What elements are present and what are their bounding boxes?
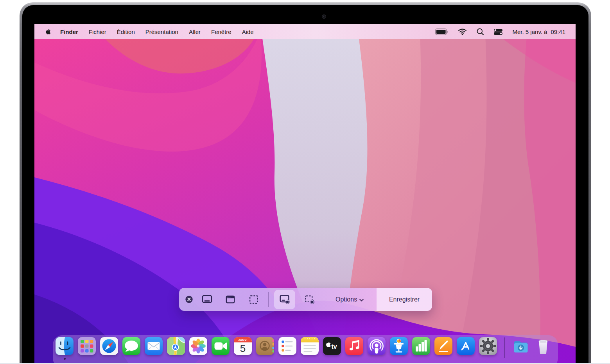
- webcam-icon: [322, 14, 326, 19]
- menu-fichier[interactable]: Fichier: [89, 29, 106, 35]
- dock-item-app-store[interactable]: [457, 337, 475, 355]
- dock-item-music[interactable]: [345, 337, 363, 355]
- app-menus: Finder Fichier Édition Présentation Alle…: [60, 29, 254, 35]
- menu-presentation[interactable]: Présentation: [145, 29, 178, 35]
- mail-icon: [145, 337, 163, 355]
- podcasts-icon: [368, 337, 386, 355]
- menu-edition[interactable]: Édition: [117, 29, 135, 35]
- wifi-icon[interactable]: [458, 29, 467, 35]
- capture-window-button[interactable]: [221, 290, 239, 309]
- dock-item-downloads[interactable]: [512, 337, 530, 355]
- menu-bar: Finder Fichier Édition Présentation Alle…: [34, 24, 576, 39]
- calendar-month-label: JANV.: [238, 338, 248, 342]
- menu-bar-clock[interactable]: Mer. 5 janv. à 09:41: [513, 29, 565, 35]
- dock-item-mail[interactable]: [145, 337, 163, 355]
- battery-icon[interactable]: [435, 29, 448, 35]
- launchpad-icon: [78, 337, 96, 355]
- capture-window-icon: [225, 295, 235, 304]
- dock-item-launchpad[interactable]: [78, 337, 96, 355]
- screenshot-root: Finder Fichier Édition Présentation Alle…: [0, 0, 610, 364]
- dock-item-apple-tv[interactable]: tv: [323, 337, 341, 355]
- dock-item-keynote[interactable]: [390, 337, 408, 355]
- record-entire-screen-button[interactable]: [274, 290, 295, 309]
- music-icon: [345, 337, 363, 355]
- pages-icon: [434, 337, 452, 355]
- record-selection-button[interactable]: [301, 290, 319, 309]
- finder-icon: [56, 337, 74, 355]
- dock-item-system-preferences[interactable]: [479, 337, 497, 355]
- close-button[interactable]: [184, 290, 194, 309]
- menu-aller[interactable]: Aller: [189, 29, 201, 35]
- dock-item-pages[interactable]: [434, 337, 452, 355]
- finder-running-indicator: [64, 358, 66, 360]
- options-button[interactable]: Options: [332, 290, 367, 309]
- options-label: Options: [336, 296, 357, 303]
- dock-item-numbers[interactable]: [412, 337, 430, 355]
- safari-icon: [100, 337, 118, 355]
- record-button-label: Enregistrer: [389, 296, 420, 303]
- spotlight-search-icon[interactable]: [477, 28, 484, 35]
- dock-item-facetime[interactable]: [212, 337, 230, 355]
- capture-screen-icon: [202, 294, 212, 304]
- dock-item-podcasts[interactable]: [368, 337, 386, 355]
- chevron-down-icon: [359, 299, 364, 302]
- dock-item-finder[interactable]: [56, 337, 74, 355]
- screenshot-toolbar: Options Enregistrer: [179, 288, 432, 311]
- capture-entire-screen-button[interactable]: [198, 290, 216, 309]
- maps-icon: [167, 337, 185, 355]
- toolbar-divider: [326, 292, 326, 307]
- notes-icon: [301, 337, 319, 355]
- dock-item-trash[interactable]: [534, 337, 552, 355]
- system-preferences-icon: [479, 337, 497, 355]
- apple-logo-icon[interactable]: [46, 29, 51, 35]
- dock: JANV. 5: [53, 335, 558, 364]
- desktop-wallpaper: [34, 24, 576, 364]
- menu-aide[interactable]: Aide: [242, 29, 254, 35]
- record-selection-icon: [305, 295, 315, 304]
- calendar-day-label: 5: [240, 343, 246, 354]
- dock-item-messages[interactable]: [122, 337, 140, 355]
- photos-icon: [189, 337, 207, 355]
- reminders-icon: [278, 337, 296, 355]
- contacts-icon: [256, 337, 274, 355]
- close-circle-icon: [185, 295, 193, 303]
- facetime-icon: [212, 337, 230, 355]
- trash-icon: [534, 337, 552, 355]
- clock-date: Mer. 5 janv. à: [513, 29, 547, 35]
- keynote-icon: [390, 337, 408, 355]
- clock-time: 09:41: [551, 29, 565, 35]
- dock-item-notes[interactable]: [301, 337, 319, 355]
- record-screen-icon: [280, 294, 290, 304]
- capture-selection-button[interactable]: [245, 290, 263, 309]
- record-button[interactable]: Enregistrer: [377, 288, 432, 311]
- dock-item-calendar[interactable]: JANV. 5: [234, 337, 252, 355]
- dock-item-safari[interactable]: [100, 337, 118, 355]
- apple-tv-label: tv: [332, 343, 337, 350]
- dock-separator: [504, 337, 505, 358]
- dock-item-photos[interactable]: [189, 337, 207, 355]
- screen: Finder Fichier Édition Présentation Alle…: [34, 24, 576, 364]
- status-area: Mer. 5 janv. à 09:41: [435, 28, 565, 35]
- menu-finder[interactable]: Finder: [60, 29, 78, 35]
- apple-tv-icon: tv: [323, 337, 341, 355]
- capture-selection-icon: [249, 295, 259, 304]
- toolbar-divider: [268, 292, 269, 307]
- calendar-icon: JANV. 5: [234, 337, 252, 355]
- app-store-icon: [457, 337, 475, 355]
- dock-item-maps[interactable]: [167, 337, 185, 355]
- numbers-icon: [412, 337, 430, 355]
- control-center-icon[interactable]: [493, 29, 503, 35]
- downloads-icon: [512, 337, 530, 355]
- dock-item-reminders[interactable]: [278, 337, 296, 355]
- dock-item-contacts[interactable]: [256, 337, 274, 355]
- menu-fenetre[interactable]: Fenêtre: [211, 29, 231, 35]
- messages-icon: [122, 337, 140, 355]
